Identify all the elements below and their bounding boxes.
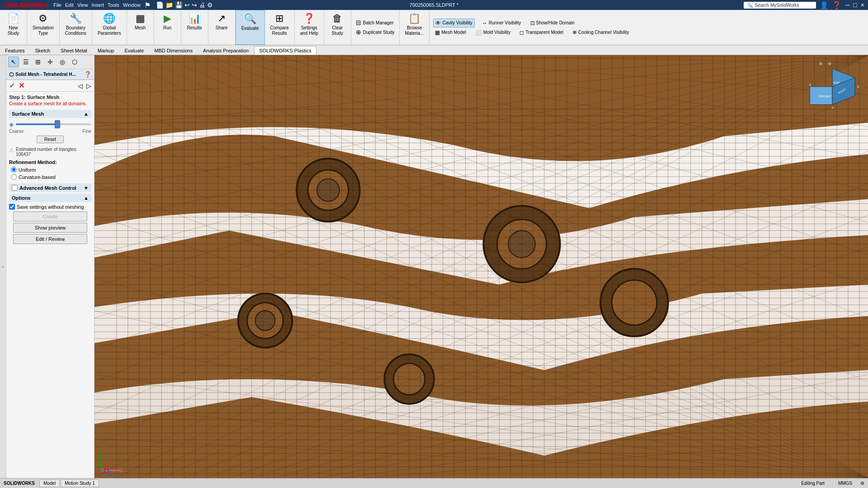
surface-mesh-section-header[interactable]: Surface Mesh ▲ bbox=[9, 110, 91, 118]
mesh-label: Mesh bbox=[135, 25, 146, 31]
evaluate-icon: 🔍 bbox=[244, 13, 256, 25]
ribbon-group-clear: 🗑 ClearStudy bbox=[324, 10, 351, 45]
user-icon[interactable]: 👤 bbox=[820, 1, 829, 9]
ribbon-group-results: 📊 Results bbox=[181, 10, 208, 45]
runner-visibility-btn[interactable]: ↔ Runner Visibility bbox=[480, 19, 523, 28]
open-icon[interactable]: 📁 bbox=[165, 1, 173, 9]
tab-mbd-dimensions[interactable]: MBD Dimensions bbox=[149, 46, 198, 55]
tab-evaluate[interactable]: Evaluate bbox=[119, 46, 149, 55]
cooling-channel-btn[interactable]: ❄ Cooling Channel Visibility bbox=[571, 28, 631, 37]
menu-view[interactable]: View bbox=[75, 2, 90, 8]
close-btn[interactable]: × bbox=[861, 1, 864, 9]
show-preview-button[interactable]: Show preview bbox=[13, 223, 87, 233]
panel-help-icon[interactable]: ❓ bbox=[84, 71, 91, 78]
uniform-radio[interactable]: Uniform bbox=[11, 167, 91, 173]
reject-button[interactable]: ✕ bbox=[19, 81, 24, 90]
results-button[interactable]: 📊 Results bbox=[184, 12, 204, 32]
slider-thumb[interactable] bbox=[55, 120, 60, 128]
new-study-button[interactable]: 📄 NewStudy bbox=[5, 12, 22, 37]
settings-help-label: Settingsand Help bbox=[300, 25, 318, 36]
panel-expand-arrow[interactable]: › bbox=[0, 55, 6, 478]
save-icon[interactable]: 💾 bbox=[175, 1, 183, 9]
help-icon[interactable]: ❓ bbox=[832, 1, 841, 9]
undo-icon[interactable]: ↩ bbox=[184, 1, 190, 9]
icon-bar-list[interactable]: ☰ bbox=[20, 56, 31, 67]
browse-materials-button[interactable]: 📋 BrowseMateria... bbox=[402, 12, 427, 37]
menu-window[interactable]: Window bbox=[121, 2, 142, 8]
bottom-settings-icon[interactable]: ⚙ bbox=[860, 481, 864, 486]
motion-study-tab[interactable]: Motion Study 1 bbox=[61, 479, 99, 487]
mesh-model-btn[interactable]: ▦ Mesh Model bbox=[433, 28, 467, 37]
maximize-btn[interactable]: □ bbox=[853, 1, 857, 9]
share-button[interactable]: ↗ Share bbox=[213, 12, 231, 32]
edit-review-button[interactable]: Edit / Review bbox=[13, 234, 87, 244]
boundary-conditions-button[interactable]: 🔧 BoundaryConditions bbox=[62, 12, 89, 37]
curvature-radio-input[interactable] bbox=[11, 174, 17, 180]
mold-visibility-btn[interactable]: ⬜ Mold Visibility bbox=[473, 28, 512, 37]
duplicate-study-icon: ⊕ bbox=[356, 28, 361, 36]
menu-insert[interactable]: Insert bbox=[90, 2, 106, 8]
menu-edit[interactable]: Edit bbox=[63, 2, 75, 8]
search-icon: 🔍 bbox=[747, 3, 753, 8]
icon-bar-grid[interactable]: ⊞ bbox=[33, 56, 43, 67]
transparent-model-btn[interactable]: ◻ Transparent Model bbox=[518, 28, 565, 37]
simulation-type-button[interactable]: ⚙ SimulationType bbox=[30, 12, 57, 37]
model-tab[interactable]: Model bbox=[39, 479, 60, 487]
show-hide-domain-btn[interactable]: ⊡ Show/Hide Domain bbox=[528, 19, 577, 28]
reset-button[interactable]: Reset bbox=[37, 136, 64, 143]
icon-bar-hex[interactable]: ⬡ bbox=[69, 56, 80, 67]
tab-solidworks-plastics[interactable]: SOLIDWORKS Plastics bbox=[254, 46, 316, 55]
icon-bar-arrow[interactable]: ↖ bbox=[8, 56, 19, 67]
compare-results-button[interactable]: ⊞ CompareResults bbox=[268, 12, 292, 37]
search-box[interactable]: 🔍 Search MySolidWorks bbox=[744, 2, 816, 9]
slider-track[interactable] bbox=[16, 123, 91, 125]
runner-visibility-label: Runner Visibility bbox=[489, 20, 521, 25]
new-icon[interactable]: 📄 bbox=[156, 1, 164, 9]
icon-bar-plus[interactable]: ✛ bbox=[45, 56, 56, 67]
minimize-btn[interactable]: ─ bbox=[845, 1, 849, 9]
tab-markup[interactable]: Markup bbox=[93, 46, 119, 55]
icon-bar-circle[interactable]: ◎ bbox=[57, 56, 68, 67]
settings-icon[interactable]: ⚙ bbox=[207, 1, 213, 9]
menu-file[interactable]: File bbox=[52, 2, 63, 8]
advanced-mesh-section-header[interactable]: Advanced Mesh Control ▼ bbox=[9, 183, 91, 192]
document-title: 700250065.SLDPRT * bbox=[410, 2, 458, 8]
save-settings-input[interactable] bbox=[9, 204, 15, 210]
create-button[interactable]: Create bbox=[13, 211, 87, 221]
duplicate-study-button[interactable]: ⊕ Duplicate Study bbox=[354, 28, 396, 37]
svg-text:⊕: ⊕ bbox=[828, 61, 831, 66]
advanced-mesh-checkbox[interactable] bbox=[12, 185, 18, 191]
mesh-button[interactable]: ▦ Mesh bbox=[132, 12, 148, 32]
forward-arrow-icon[interactable]: ▷ bbox=[86, 82, 91, 89]
surface-mesh-collapse-icon: ▲ bbox=[84, 111, 89, 117]
tab-analysis-preparation[interactable]: Analysis Preparation bbox=[198, 46, 254, 55]
redo-icon[interactable]: ↪ bbox=[192, 1, 197, 9]
svg-text:Y: Y bbox=[831, 106, 834, 110]
show-hide-domain-label: Show/Hide Domain bbox=[536, 20, 575, 25]
editing-status: Editing Part bbox=[801, 481, 825, 486]
simulation-type-label: SimulationType bbox=[33, 25, 54, 36]
save-settings-checkbox[interactable]: Save settings without meshing bbox=[9, 204, 91, 210]
tab-sheet-metal[interactable]: Sheet Metal bbox=[56, 46, 92, 55]
uniform-radio-input[interactable] bbox=[11, 167, 17, 173]
evaluate-button[interactable]: 🔍 Evaluate bbox=[239, 12, 262, 32]
warning-icon: ⚠ bbox=[9, 147, 14, 153]
global-parameters-button[interactable]: 🌐 GlobalParameters bbox=[95, 12, 124, 37]
menu-tools[interactable]: Tools bbox=[106, 2, 121, 8]
curvature-radio[interactable]: Curvature-based bbox=[11, 174, 91, 180]
print-icon[interactable]: 🖨 bbox=[199, 1, 205, 9]
back-arrow-icon[interactable]: ◁ bbox=[78, 82, 83, 89]
clear-study-button[interactable]: 🗑 ClearStudy bbox=[329, 12, 346, 37]
settings-help-button[interactable]: ❓ Settingsand Help bbox=[297, 12, 321, 37]
runner-visibility-icon: ↔ bbox=[482, 20, 487, 26]
accept-button[interactable]: ✓ bbox=[9, 81, 15, 90]
options-section-header[interactable]: Options ▲ bbox=[9, 194, 91, 202]
svg-text:⊕: ⊕ bbox=[819, 61, 822, 66]
customize-icon[interactable]: ⚑ bbox=[142, 1, 152, 9]
bottom-tabs: Model Motion Study 1 bbox=[39, 479, 99, 487]
tab-features[interactable]: Features bbox=[0, 46, 29, 55]
run-button[interactable]: ▶ Run bbox=[160, 12, 174, 32]
cavity-visibility-btn[interactable]: 👁 Cavity Visibility bbox=[433, 19, 475, 28]
tab-sketch[interactable]: Sketch bbox=[30, 46, 55, 55]
batch-manager-button[interactable]: ⊟ Batch Manager bbox=[354, 18, 396, 27]
